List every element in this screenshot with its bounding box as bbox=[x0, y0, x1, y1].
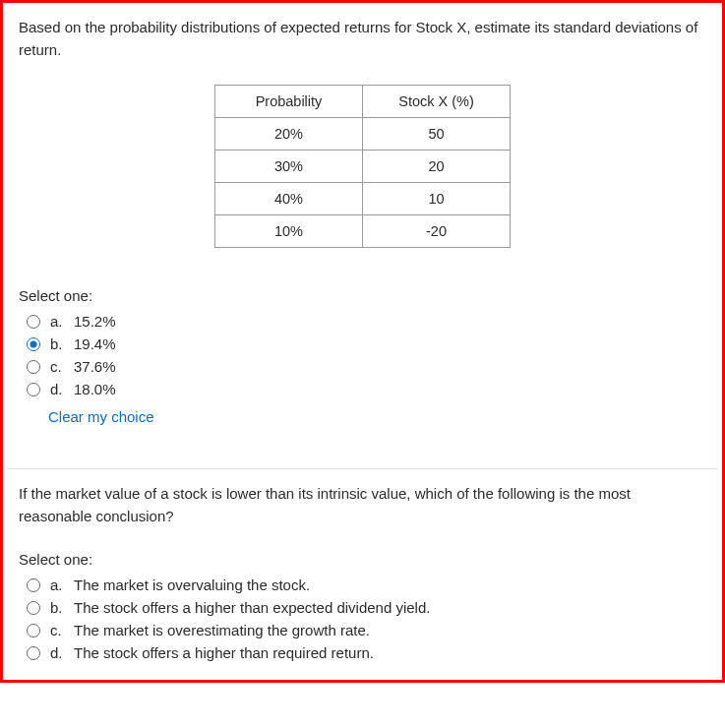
table-cell: 10 bbox=[363, 183, 511, 215]
radio-icon[interactable] bbox=[27, 601, 40, 615]
table-row: 20% 50 bbox=[215, 118, 511, 151]
probability-table: Probability Stock X (%) 20% 50 30% 20 40… bbox=[214, 85, 511, 248]
option-d[interactable]: d. The stock offers a higher than requir… bbox=[27, 641, 706, 664]
option-b[interactable]: b. The stock offers a higher than expect… bbox=[27, 596, 706, 619]
table-header: Stock X (%) bbox=[363, 86, 511, 118]
option-letter: d. bbox=[50, 381, 74, 397]
question-text: If the market value of a stock is lower … bbox=[19, 483, 706, 527]
radio-icon[interactable] bbox=[27, 578, 40, 592]
table-row: 10% -20 bbox=[215, 215, 511, 248]
option-letter: c. bbox=[50, 622, 74, 638]
option-c[interactable]: c. 37.6% bbox=[27, 355, 706, 378]
radio-icon[interactable] bbox=[27, 624, 40, 637]
option-b[interactable]: b. 19.4% bbox=[27, 333, 706, 355]
option-text: The stock offers a higher than required … bbox=[74, 644, 374, 661]
table-cell: 50 bbox=[363, 118, 511, 151]
table-cell: 10% bbox=[215, 215, 363, 248]
option-text: The market is overestimating the growth … bbox=[74, 622, 370, 638]
radio-icon[interactable] bbox=[27, 337, 40, 351]
table-cell: -20 bbox=[363, 215, 511, 248]
table-header: Probability bbox=[215, 86, 363, 118]
table-cell: 30% bbox=[215, 151, 363, 183]
question-1: Based on the probability distributions o… bbox=[3, 3, 722, 441]
select-one-label: Select one: bbox=[19, 287, 706, 304]
radio-icon[interactable] bbox=[27, 646, 40, 660]
table-row: 30% 20 bbox=[215, 151, 511, 183]
option-text: 15.2% bbox=[74, 313, 116, 330]
question-text: Based on the probability distributions o… bbox=[19, 17, 706, 61]
option-text: The market is overvaluing the stock. bbox=[74, 576, 310, 593]
option-letter: b. bbox=[50, 599, 74, 616]
table-row: 40% 10 bbox=[215, 183, 511, 215]
radio-icon[interactable] bbox=[27, 360, 40, 374]
data-table-wrap: Probability Stock X (%) 20% 50 30% 20 40… bbox=[19, 85, 706, 248]
option-letter: c. bbox=[50, 358, 74, 375]
option-text: 18.0% bbox=[74, 381, 116, 397]
option-text: The stock offers a higher than expected … bbox=[74, 599, 430, 616]
option-letter: a. bbox=[50, 313, 74, 330]
option-c[interactable]: c. The market is overestimating the grow… bbox=[27, 619, 706, 641]
radio-icon[interactable] bbox=[27, 315, 40, 329]
clear-choice-link[interactable]: Clear my choice bbox=[48, 408, 706, 425]
select-one-label: Select one: bbox=[19, 551, 706, 568]
option-letter: a. bbox=[50, 576, 74, 593]
option-letter: b. bbox=[50, 335, 74, 352]
radio-icon[interactable] bbox=[27, 383, 40, 396]
table-cell: 20% bbox=[215, 118, 363, 151]
table-cell: 40% bbox=[215, 183, 363, 215]
option-letter: d. bbox=[50, 644, 74, 661]
question-2: If the market value of a stock is lower … bbox=[3, 469, 722, 680]
option-text: 19.4% bbox=[74, 335, 116, 352]
table-cell: 20 bbox=[363, 151, 511, 183]
option-d[interactable]: d. 18.0% bbox=[27, 378, 706, 400]
quiz-page: Based on the probability distributions o… bbox=[0, 0, 725, 683]
option-a[interactable]: a. 15.2% bbox=[27, 310, 706, 333]
option-text: 37.6% bbox=[74, 358, 116, 375]
option-a[interactable]: a. The market is overvaluing the stock. bbox=[27, 574, 706, 596]
